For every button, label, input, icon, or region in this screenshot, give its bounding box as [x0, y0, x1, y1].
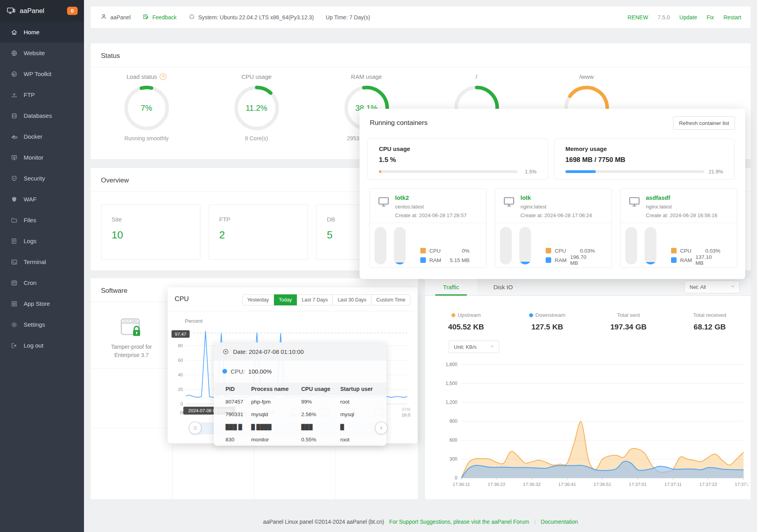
svg-text:900: 900	[449, 419, 457, 424]
container-card-lotk2[interactable]: lotk2 centos:latest Create at: 2024-06-2…	[369, 188, 487, 268]
container-name[interactable]: lotk	[520, 194, 531, 201]
panel-version: 7.5.0	[658, 14, 670, 20]
sidebar-item-label: Logs	[24, 238, 37, 244]
cpu-chart-tooltip: Date: 2024-07-08 01:10:00 CPU: 100.00% P…	[214, 342, 386, 446]
uptime: Up Time: 7 Day(s)	[326, 14, 370, 20]
range-button-last-30-days[interactable]: Last 30 Days	[333, 294, 371, 305]
restart-link[interactable]: Restart	[723, 14, 741, 20]
ftp-icon	[11, 91, 18, 99]
container-cpu-legend: CPU0.03%	[671, 247, 720, 254]
sidebar-item-waf[interactable]: WAF	[0, 189, 84, 210]
sidebar-item-label: Databases	[24, 112, 52, 119]
traffic-section: TrafficDisk IO Net: All Upstream 405.52 …	[425, 278, 751, 499]
update-link[interactable]: Update	[679, 14, 697, 20]
sidebar-item-app-store[interactable]: App Store	[0, 293, 84, 314]
footer-docs-link[interactable]: Documentation	[541, 519, 578, 525]
container-cpu-legend: CPU0%	[420, 247, 470, 254]
sidebar-item-files[interactable]: Files	[0, 210, 84, 231]
sidebar-item-ftp[interactable]: FTP	[0, 84, 84, 105]
sidebar: aaPanel 0 HomeWebsiteWP ToolkitFTPDataba…	[0, 0, 84, 532]
container-cpu-bar	[500, 227, 512, 264]
process-row: ███ ██ ████████	[214, 420, 386, 433]
footer-copyright: aaPanel Linux panel ©2014-2024 aaPanel (…	[263, 519, 384, 525]
unit-select[interactable]: Unit: KB/s	[449, 340, 499, 353]
range-button-today[interactable]: Today	[274, 294, 297, 305]
sidebar-item-wp-toolkit[interactable]: WP Toolkit	[0, 63, 84, 84]
software-item-label-2: Enterprise 3.7	[91, 351, 172, 359]
sidebar-item-website[interactable]: Website	[0, 43, 84, 63]
container-monitor-icon	[377, 195, 390, 210]
sidebar-item-label: WP Toolkit	[24, 71, 51, 77]
sidebar-item-label: Cron	[24, 279, 37, 286]
footer: aaPanel Linux panel ©2014-2024 aaPanel (…	[84, 519, 757, 525]
renew-link[interactable]: RENEW	[628, 14, 648, 20]
container-name[interactable]: lotk2	[395, 194, 409, 201]
sidebar-item-label: FTP	[24, 91, 35, 98]
sidebar-item-docker[interactable]: Docker	[0, 126, 84, 147]
container-ram-legend: RAM137.10 MB	[671, 257, 720, 264]
container-ram-bar	[645, 227, 656, 264]
svg-text:20: 20	[178, 387, 183, 392]
wp-icon	[11, 71, 18, 78]
sidebar-item-terminal[interactable]: Terminal	[0, 251, 84, 272]
brush-handle-left[interactable]	[189, 422, 201, 434]
legend-dot-icon	[451, 313, 455, 317]
range-button-yesterday[interactable]: Yesterday	[242, 294, 274, 305]
container-name[interactable]: asdfasdf	[646, 194, 670, 201]
process-row: 790331mysqld2.56%mysql	[214, 408, 386, 420]
overview-card-ftp[interactable]: FTP 2	[209, 205, 308, 260]
home-icon	[11, 29, 18, 36]
container-cpu-bar	[375, 227, 386, 264]
svg-text:17:37:33: 17:37:33	[735, 482, 748, 487]
cpu-swatch-icon	[420, 248, 426, 253]
feedback-link[interactable]: Feedback	[142, 13, 176, 21]
app-logo: aaPanel 0	[0, 0, 84, 22]
sidebar-item-databases[interactable]: Databases	[0, 105, 84, 126]
range-button-last-7-days[interactable]: Last 7 Days	[297, 294, 333, 305]
sidebar-item-logs[interactable]: Logs	[0, 231, 84, 251]
logs-icon	[11, 238, 18, 245]
footer-support-link[interactable]: For Support Suggestions, please visit th…	[389, 519, 529, 525]
container-created-at: Create at: 2024-06-28 16:56:16	[646, 212, 717, 218]
range-button-custom-time[interactable]: Custom Time	[371, 294, 410, 305]
refresh-container-list-button[interactable]: Refresh container list	[673, 116, 735, 130]
cpu-swatch-icon	[546, 248, 551, 253]
gauge-load-status: Load status 7% Running smoothly	[91, 73, 201, 141]
sidebar-item-home[interactable]: Home	[0, 22, 84, 43]
sidebar-item-monitor[interactable]: Monitor	[0, 147, 84, 168]
svg-text:16:00: 16:00	[402, 413, 410, 417]
svg-text:1,200: 1,200	[446, 400, 457, 405]
svg-text:17:36:11: 17:36:11	[453, 482, 470, 487]
sidebar-item-log-out[interactable]: Log out	[0, 335, 84, 356]
tab-disk-io[interactable]: Disk IO	[477, 278, 529, 296]
sidebar-item-label: WAF	[24, 196, 37, 203]
svg-text:17:36:41: 17:36:41	[558, 482, 576, 487]
settings-icon	[11, 321, 18, 328]
gauge-sub-label: 8 Core(s)	[201, 135, 311, 141]
sidebar-item-label: Security	[24, 175, 45, 182]
container-card-asdfasdf[interactable]: asdfasdf nginx:latest Create at: 2024-06…	[620, 188, 737, 268]
container-memory-usage-card: Memory usage 1698 MB / 7750 MB 21.9%	[554, 138, 735, 180]
overview-card-site[interactable]: Site 10	[101, 205, 200, 260]
software-item-tamper-proof[interactable]: Tamper-proof for Enterprise 3.7	[91, 303, 172, 368]
brush-handle-right[interactable]	[375, 422, 388, 434]
container-card-lotk[interactable]: lotk nginx:latest Create at: 2024-06-28 …	[495, 188, 612, 268]
user-menu[interactable]: aaPanel	[100, 13, 131, 21]
sidebar-item-settings[interactable]: Settings	[0, 314, 84, 335]
container-cpu-usage-card: CPU usage 1.5 % 1.5%	[367, 138, 548, 180]
gauge-value: 11.2%	[233, 104, 280, 113]
net-select[interactable]: Net: All	[684, 281, 740, 293]
fix-link[interactable]: Fix	[707, 14, 714, 20]
help-icon[interactable]	[160, 73, 166, 80]
notification-badge[interactable]: 0	[67, 7, 78, 15]
stat-upstream: Upstream 405.52 KB	[427, 312, 505, 331]
ubuntu-icon	[188, 13, 195, 21]
svg-text:80: 80	[178, 343, 183, 348]
container-image: centos:latest	[395, 204, 424, 210]
app-title: aaPanel	[20, 7, 44, 15]
sidebar-item-security[interactable]: Security	[0, 168, 84, 189]
sidebar-item-cron[interactable]: Cron	[0, 272, 84, 293]
chevron-down-icon	[730, 284, 735, 290]
tab-traffic[interactable]: Traffic	[425, 278, 477, 296]
svg-text:300: 300	[449, 456, 457, 462]
